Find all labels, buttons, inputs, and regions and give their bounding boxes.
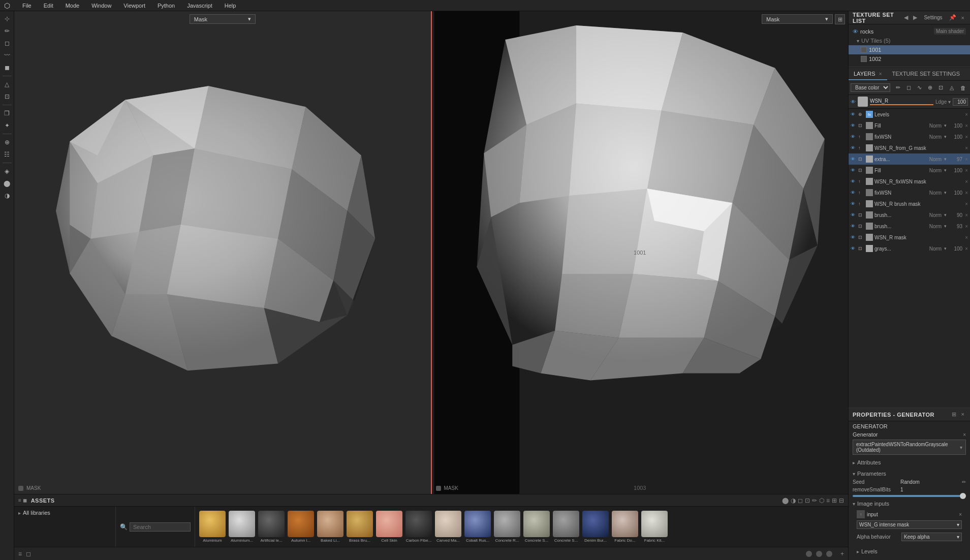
menu-mode[interactable]: Mode [64, 2, 82, 10]
tool-bake[interactable]: ☷ [2, 149, 13, 160]
thumb-item-0[interactable]: Aluminium [199, 511, 226, 543]
assets-sphere-icon[interactable]: ⬤ [782, 497, 789, 504]
thumb-item-15[interactable]: Fabric Kit... [641, 511, 668, 543]
thumb-item-10[interactable]: Concrete R... [494, 511, 520, 543]
tsl-close[interactable]: × [960, 14, 966, 21]
menu-python[interactable]: Python [155, 2, 177, 10]
tab-layers[interactable]: LAYERS × [849, 68, 887, 80]
thumb-item-8[interactable]: Carved Ma... [435, 511, 461, 543]
assets-mat-icon[interactable]: ◑ [791, 497, 796, 504]
tool-color[interactable]: ⬤ [2, 178, 13, 189]
assets-pattern-icon[interactable]: ⬡ [819, 497, 824, 504]
layer-close-wsn-from-g[interactable]: × [965, 145, 968, 151]
layer-item-wsn-fixwsn-mask[interactable]: 👁 ↑ WSN_R_fixWSN mask × [849, 176, 970, 187]
layer-opacity-input[interactable] [953, 98, 968, 106]
thumb-5[interactable] [347, 511, 373, 537]
tsl-nav-right[interactable]: ▶ [912, 14, 919, 21]
tool-polygon-fill[interactable]: △ [2, 79, 13, 90]
slider-thumb[interactable] [960, 493, 966, 499]
parameters-header[interactable]: ▾ Parameters [853, 469, 966, 478]
layer-item-extra[interactable]: 👁 ⊡ extra... Norm ▾ 97 × [849, 153, 970, 165]
tool-fill[interactable]: ◼ [2, 62, 13, 73]
uv-tile-1002[interactable]: 1002 [849, 54, 970, 64]
properties-expand[interactable]: ⊞ [950, 411, 958, 418]
assets-grid-icon[interactable]: ⊞ [832, 497, 837, 504]
layer-close-fixwsn-2[interactable]: × [965, 190, 968, 196]
thumb-3[interactable] [288, 511, 314, 537]
thumb-13[interactable] [582, 511, 609, 537]
assets-cube-icon[interactable]: ◻ [798, 497, 803, 504]
tool-selection[interactable]: ⊡ [2, 91, 13, 102]
layer-item-levels[interactable]: 👁 ⊕ fx Levels × [849, 109, 970, 120]
layer-close-brush-2[interactable]: × [965, 224, 968, 229]
layer-tool-smudge[interactable]: ⊡ [936, 82, 946, 94]
tsl-settings[interactable]: Settings [921, 14, 945, 21]
layer-eye-brush-1[interactable]: 👁 [851, 212, 857, 217]
mask-dropdown-left[interactable]: Mask ▾ [190, 14, 256, 24]
seed-edit-btn[interactable]: ✏ [962, 479, 966, 485]
alpha-behavior-dropdown[interactable]: Keep alpha ▾ [901, 533, 962, 541]
thumb-item-6[interactable]: Cell Skin [376, 511, 402, 543]
menu-window[interactable]: Window [89, 2, 113, 10]
generator-close-btn[interactable]: × [963, 432, 966, 438]
layer-close-wsn-fixwsn-mask[interactable]: × [965, 179, 968, 184]
attributes-header[interactable]: ▸ Attributes [853, 458, 966, 467]
thumb-item-4[interactable]: Baked Li... [317, 511, 343, 543]
uv-tiles-header[interactable]: ▾ UV Tiles (5) [849, 36, 970, 45]
thumb-8[interactable] [435, 511, 461, 537]
thumb-item-12[interactable]: Concrete S... [553, 511, 579, 543]
layer-eye-wsn-mask[interactable]: 👁 [851, 235, 857, 240]
thumb-7[interactable] [405, 511, 432, 537]
layer-eye-grays[interactable]: 👁 [851, 246, 857, 251]
mask-dropdown-right[interactable]: Mask ▾ [762, 14, 833, 24]
thumb-item-3[interactable]: Autumn l... [288, 511, 314, 543]
thumb-4[interactable] [317, 511, 343, 537]
layer-tool-pencil[interactable]: ✏ [893, 82, 903, 94]
thumb-item-2[interactable]: Artificial le... [258, 511, 285, 543]
menu-javascript[interactable]: Javascript [185, 2, 214, 10]
layer-close-extra[interactable]: × [965, 157, 968, 162]
layer-tool-fill[interactable]: ◻ [904, 82, 914, 94]
thumb-10[interactable] [494, 511, 520, 537]
layer-eye-brush-2[interactable]: 👁 [851, 224, 857, 229]
tsl-pin[interactable]: 📌 [948, 14, 958, 21]
layer-eye-extra[interactable]: 👁 [851, 157, 857, 162]
search-input[interactable] [130, 522, 191, 532]
thumb-item-5[interactable]: Brass Bru... [347, 511, 373, 543]
layer-eye-levels[interactable]: 👁 [851, 112, 857, 117]
layer-eye-fixwsn-2[interactable]: 👁 [851, 190, 857, 195]
layer-item-grays[interactable]: 👁 ⊡ grays... Norm ▾ 100 × [849, 243, 970, 254]
thumb-1[interactable] [229, 511, 255, 537]
layer-eye-fixwsn-1[interactable]: 👁 [851, 134, 857, 139]
layer-tool-delete[interactable]: 🗑 [958, 82, 968, 94]
rocks-item[interactable]: 👁 rocks Main shader [849, 26, 970, 36]
assets-expand-icon[interactable]: ⊟ [839, 497, 844, 504]
thumb-item-11[interactable]: Concrete S... [523, 511, 550, 543]
generator-name-bar[interactable]: extractPaintedWSNToRandomGrayscale (Outd… [853, 440, 966, 455]
tool-picker[interactable]: ✦ [2, 120, 13, 131]
layer-eye-wsn-fixwsn-mask[interactable]: 👁 [851, 179, 857, 184]
thumb-12[interactable] [553, 511, 579, 537]
tool-anchor[interactable]: ⊕ [2, 137, 13, 148]
layer-item-fixwsn-2[interactable]: 👁 ↑ fixWSN Norm ▾ 100 × [849, 187, 970, 198]
menu-viewport[interactable]: Viewport [121, 2, 147, 10]
tool-eraser[interactable]: ◻ [2, 38, 13, 49]
layer-close-levels[interactable]: × [965, 112, 968, 117]
layer-eye-fill-2[interactable]: 👁 [851, 168, 857, 173]
layer-eye-wsn-brush-mask[interactable]: 👁 [851, 201, 857, 206]
layer-close-grays[interactable]: × [965, 246, 968, 252]
thumb-11[interactable] [523, 511, 550, 537]
thumb-item-9[interactable]: Cobalt Rus... [464, 511, 491, 543]
thumb-item-7[interactable]: Carbon Fibe... [405, 511, 432, 543]
image-inputs-header[interactable]: ▾ Image inputs [853, 499, 966, 508]
layer-close-fill-2[interactable]: × [965, 168, 968, 173]
layer-item-brush-2[interactable]: 👁 ⊡ brush... Norm ▾ 93 × [849, 221, 970, 232]
menu-file[interactable]: File [20, 2, 34, 10]
layer-close-brush-1[interactable]: × [965, 212, 968, 218]
bottom-icon-2[interactable]: ◻ [26, 550, 31, 557]
thumb-9[interactable] [464, 511, 491, 537]
input-value-dropdown[interactable]: WSN_G intense mask ▾ [857, 520, 962, 529]
tool-smudge[interactable]: 〰 [2, 50, 13, 61]
assets-paint-icon[interactable]: ✏ [812, 497, 817, 504]
layer-item-wsn-brush-mask[interactable]: 👁 ↑ WSN_R brush mask × [849, 198, 970, 209]
